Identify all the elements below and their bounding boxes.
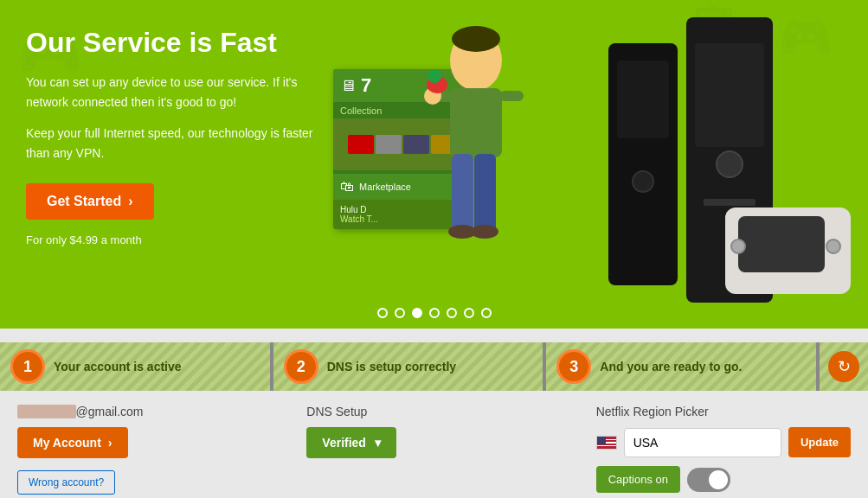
refresh-button[interactable]: ↻ <box>828 351 859 382</box>
update-button[interactable]: Update <box>788 427 851 457</box>
step-2-label: DNS is setup correctly <box>327 360 456 374</box>
svg-text:🎮: 🎮 <box>779 11 833 63</box>
hero-left-content: Our Service is Fast You can set up any d… <box>26 26 320 246</box>
email-display: ██████@gmail.com <box>17 405 272 418</box>
svg-point-21 <box>633 171 653 192</box>
account-column: ██████@gmail.com My Account › Wrong acco… <box>17 405 289 495</box>
verified-button[interactable]: Verified ▾ <box>306 427 396 458</box>
dot-3-active[interactable] <box>412 308 422 318</box>
svg-point-24 <box>826 239 840 253</box>
chevron-down-icon: ▾ <box>375 436 381 450</box>
dot-6[interactable] <box>464 308 474 318</box>
character-figure <box>424 17 528 311</box>
step-2: 2 DNS is setup correctly <box>273 342 543 391</box>
usa-flag-icon <box>596 436 617 450</box>
region-select[interactable]: USA UK Canada Australia <box>624 428 781 457</box>
svg-rect-7 <box>499 91 524 101</box>
slide-dots <box>377 308 492 318</box>
step-3: 3 And you are ready to go. <box>546 342 816 391</box>
captions-row: Captions on <box>596 466 851 493</box>
captions-toggle[interactable] <box>687 468 730 492</box>
dot-7[interactable] <box>481 308 492 318</box>
svg-point-10 <box>428 69 441 83</box>
svg-rect-12 <box>474 154 496 232</box>
get-started-button[interactable]: Get Started › <box>26 183 154 220</box>
wrong-account-button[interactable]: Wrong account? <box>17 470 115 495</box>
captions-button[interactable]: Captions on <box>596 466 680 493</box>
svg-point-25 <box>731 239 745 253</box>
status-steps: 1 Your account is active 2 DNS is setup … <box>0 342 868 391</box>
hero-price: For only $4.99 a month <box>26 233 320 246</box>
step-1-label: Your account is active <box>54 360 182 374</box>
hero-title: Our Service is Fast <box>26 26 320 59</box>
step-2-number: 2 <box>284 349 318 384</box>
svg-rect-20 <box>617 61 669 138</box>
step-1: 1 Your account is active <box>0 342 270 391</box>
dot-2[interactable] <box>395 308 405 318</box>
netflix-column: Netflix Region Picker USA UK Canada Aust… <box>579 405 851 495</box>
step-3-label: And you are ready to go. <box>600 360 742 374</box>
ps3-device <box>604 35 682 297</box>
dot-5[interactable] <box>447 308 457 318</box>
dot-4[interactable] <box>429 308 440 318</box>
svg-rect-5 <box>450 88 502 157</box>
svg-rect-23 <box>738 216 825 272</box>
accounts-section: ██████@gmail.com My Account › Wrong acco… <box>0 391 868 498</box>
wii-u-device <box>721 199 855 306</box>
refresh-area: ↻ <box>820 342 868 391</box>
email-blur: ██████ <box>17 405 76 418</box>
hero-desc2: Keep your full Internet speed, our techn… <box>26 124 320 163</box>
netflix-label: Netflix Region Picker <box>596 405 851 418</box>
dot-1[interactable] <box>377 308 388 318</box>
step-3-number: 3 <box>556 349 591 384</box>
svg-point-4 <box>452 26 500 52</box>
svg-point-14 <box>471 225 498 239</box>
dns-column: DNS Setup Verified ▾ <box>289 405 578 495</box>
hero-section: 🎮 🎮 📺 Our Service is Fast You can set up… <box>0 0 868 329</box>
dns-label: DNS Setup <box>306 405 561 418</box>
status-bar: 1 Your account is active 2 DNS is setup … <box>0 329 868 498</box>
hero-desc1: You can set up any device to use our ser… <box>26 73 320 112</box>
region-row: USA UK Canada Australia Update <box>596 427 851 457</box>
svg-point-17 <box>717 151 743 177</box>
my-account-button[interactable]: My Account › <box>17 427 128 458</box>
chevron-right-icon: › <box>108 436 113 450</box>
step-1-number: 1 <box>10 349 45 384</box>
svg-rect-16 <box>695 43 764 147</box>
svg-rect-11 <box>452 154 473 232</box>
